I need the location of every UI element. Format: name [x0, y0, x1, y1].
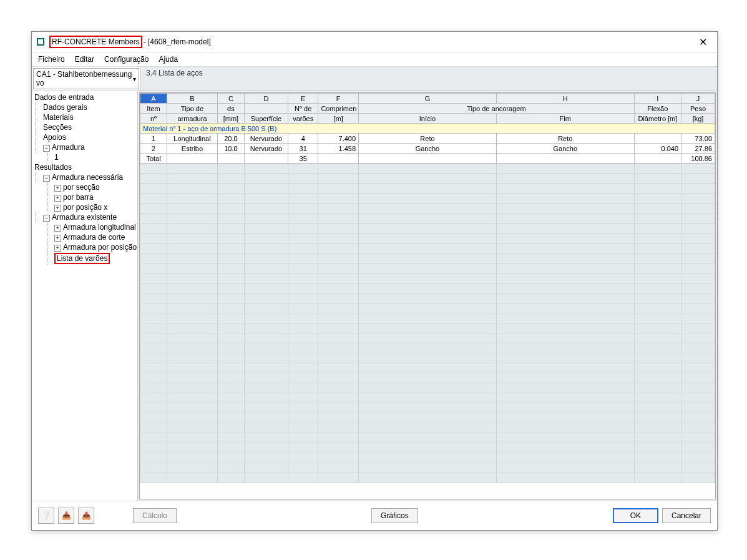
table-row[interactable]: [140, 293, 715, 303]
collapse-icon[interactable]: −: [43, 215, 50, 222]
expand-icon[interactable]: +: [54, 225, 61, 232]
menu-help[interactable]: Ajuda: [159, 55, 178, 64]
material-row: Material nº 1 - aço de armadura B 500 S …: [140, 124, 715, 134]
menu-file[interactable]: Ficheiro: [38, 55, 65, 64]
header-row-1: Item Tipo de ds Nº de Comprimen Tipo de …: [140, 104, 715, 114]
menu-edit[interactable]: Editar: [75, 55, 94, 64]
table-row[interactable]: [140, 313, 715, 323]
tree-arm-corte[interactable]: +Armadura de corte: [32, 232, 137, 242]
table-row[interactable]: [140, 243, 715, 253]
steel-list-table: A B C D E F G H I J Item: [140, 93, 715, 483]
case-select-value: CA1 - Stahlbetonbemessung vo: [36, 70, 133, 87]
section-title: 3.4 Lista de aços: [140, 67, 717, 91]
table-row[interactable]: [140, 204, 715, 214]
menubar: Ficheiro Editar Configuração Ajuda: [32, 52, 717, 67]
table-row[interactable]: [140, 184, 715, 194]
table-row[interactable]: [140, 393, 715, 403]
table-row[interactable]: [140, 453, 715, 463]
menu-config[interactable]: Configuração: [104, 55, 149, 64]
col-D[interactable]: D: [244, 94, 288, 104]
expand-icon[interactable]: +: [54, 195, 61, 202]
table-row[interactable]: 1Longitudinal20.0Nervurado47.400RetoReto…: [140, 134, 715, 144]
col-C[interactable]: C: [217, 94, 244, 104]
tree-dados-gerais[interactable]: Dados gerais: [32, 102, 137, 112]
col-I[interactable]: I: [634, 94, 681, 104]
table-row[interactable]: [140, 423, 715, 433]
col-B[interactable]: B: [167, 94, 218, 104]
table-row[interactable]: [140, 263, 715, 273]
tree-seccoes[interactable]: Secções: [32, 122, 137, 132]
col-letters-row: A B C D E F G H I J: [140, 94, 715, 104]
tree-por-seccao[interactable]: +por secção: [32, 182, 137, 192]
table-row[interactable]: [140, 463, 715, 473]
table-row[interactable]: [140, 174, 715, 184]
table-row[interactable]: [140, 473, 715, 483]
tree-armadura-1[interactable]: 1: [32, 152, 137, 162]
table-row[interactable]: [140, 333, 715, 343]
tree-arm-long[interactable]: +Armadura longitudinal: [32, 222, 137, 232]
grid-wrap: A B C D E F G H I J Item: [139, 92, 716, 499]
table-row[interactable]: [140, 343, 715, 353]
tree-por-barra[interactable]: +por barra: [32, 192, 137, 202]
cancel-button[interactable]: Cancelar: [662, 508, 711, 523]
chevron-down-icon: ▾: [133, 76, 136, 82]
table-row[interactable]: [140, 443, 715, 453]
table-row[interactable]: [140, 373, 715, 383]
tree-lista-varoes[interactable]: Lista de varões: [32, 252, 137, 265]
tree-arm-posx[interactable]: +Armadura por posição x: [32, 242, 137, 252]
col-F[interactable]: F: [318, 94, 359, 104]
import-button[interactable]: 📥: [58, 508, 74, 524]
tree-arm-exist[interactable]: −Armadura existente: [32, 212, 137, 222]
doc-title: - [4608_rfem-model]: [144, 37, 211, 46]
table-row[interactable]: [140, 194, 715, 204]
case-select[interactable]: CA1 - Stahlbetonbemessung vo ▾: [33, 68, 139, 89]
table-row[interactable]: [140, 233, 715, 243]
table-row[interactable]: [140, 224, 715, 233]
table-row[interactable]: [140, 433, 715, 443]
table-row[interactable]: [140, 363, 715, 373]
main-area: A B C D E F G H I J Item: [138, 91, 717, 501]
table-row[interactable]: [140, 413, 715, 423]
expand-icon[interactable]: +: [54, 245, 61, 252]
table-row[interactable]: 2Estribo10.0Nervurado311.458GanchoGancho…: [140, 144, 715, 154]
tree-apoios[interactable]: Apoios: [32, 132, 137, 142]
table-row[interactable]: [140, 253, 715, 263]
expand-icon[interactable]: +: [54, 235, 61, 242]
tree-armadura[interactable]: −Armadura: [32, 142, 137, 152]
table-row[interactable]: [140, 353, 715, 363]
tree-materiais[interactable]: Materiais: [32, 112, 137, 122]
calc-button[interactable]: Cálculo: [133, 508, 177, 523]
expand-icon[interactable]: +: [54, 205, 61, 212]
collapse-icon[interactable]: −: [43, 175, 50, 182]
col-G[interactable]: G: [359, 94, 497, 104]
close-icon[interactable]: ✕: [694, 36, 712, 48]
col-E[interactable]: E: [288, 94, 318, 104]
toolbar-row: CA1 - Stahlbetonbemessung vo ▾ 3.4 Lista…: [32, 67, 717, 91]
ok-button[interactable]: OK: [613, 508, 658, 523]
table-row[interactable]: [140, 383, 715, 393]
table-row[interactable]: [140, 283, 715, 293]
col-H[interactable]: H: [496, 94, 634, 104]
col-J[interactable]: J: [681, 94, 715, 104]
graphs-button[interactable]: Gráficos: [371, 508, 418, 523]
tree-header-results: Resultados: [32, 162, 137, 172]
tree-por-posx[interactable]: +por posição x: [32, 202, 137, 212]
table-row[interactable]: [140, 273, 715, 283]
table-row[interactable]: [140, 164, 715, 174]
app-title: RF-CONCRETE Members: [49, 36, 142, 48]
titlebar: RF-CONCRETE Members - [4608_rfem-model] …: [32, 32, 717, 52]
sidebar: Dados de entrada Dados gerais Materiais …: [32, 91, 138, 501]
help-button[interactable]: ❔: [38, 508, 54, 524]
col-A[interactable]: A: [140, 94, 167, 104]
collapse-icon[interactable]: −: [43, 145, 50, 152]
header-row-2: nº armadura [mm] Superfície varões [m] I…: [140, 114, 715, 124]
tree-arm-nec[interactable]: −Armadura necessária: [32, 172, 137, 182]
expand-icon[interactable]: +: [54, 185, 61, 192]
table-row[interactable]: [140, 403, 715, 413]
table-row[interactable]: [140, 214, 715, 224]
table-row[interactable]: [140, 303, 715, 313]
export-button[interactable]: 📤: [78, 508, 94, 524]
table-row[interactable]: Total35100.86: [140, 154, 715, 164]
table-row[interactable]: [140, 323, 715, 333]
nav-tree: Dados de entrada Dados gerais Materiais …: [32, 92, 137, 265]
